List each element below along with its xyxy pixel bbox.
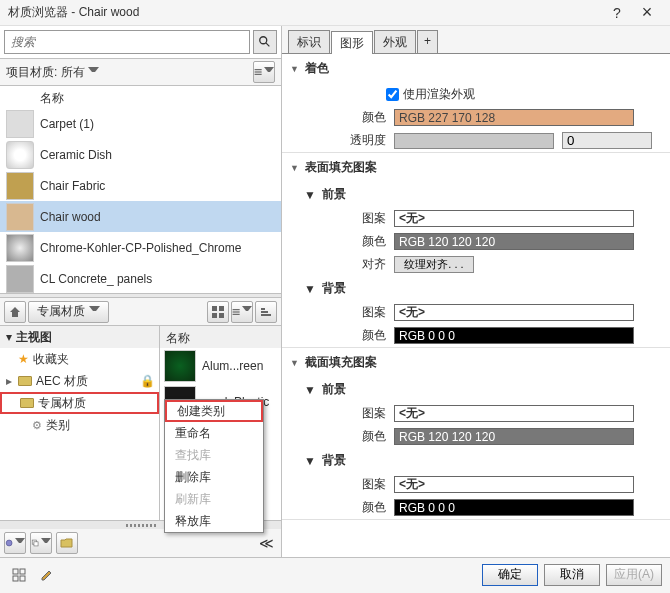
thumbnail	[6, 110, 34, 138]
new-material-button[interactable]	[4, 532, 26, 554]
material-item[interactable]: CL Concrete_ panels	[0, 263, 281, 293]
breadcrumb[interactable]: 专属材质	[28, 301, 109, 323]
window-title: 材质浏览器 - Chair wood	[8, 4, 602, 21]
search-input[interactable]	[4, 30, 250, 54]
ctx-refresh: 刷新库	[165, 488, 263, 510]
open-library-button[interactable]	[56, 532, 78, 554]
asset-view-button[interactable]	[8, 564, 30, 586]
svg-rect-5	[212, 306, 217, 311]
thumbnail	[6, 265, 34, 293]
collapse-icon[interactable]: ▾	[6, 330, 12, 344]
help-button[interactable]: ?	[602, 5, 632, 21]
chevron-down-icon	[242, 306, 252, 317]
lock-icon: 🔒	[140, 374, 155, 388]
material-item[interactable]: Carpet (1)	[0, 108, 281, 139]
ctx-delete[interactable]: 删除库	[165, 466, 263, 488]
transparency-slider[interactable]	[394, 133, 554, 149]
list-icon	[254, 65, 262, 79]
transparency-value[interactable]	[562, 132, 652, 149]
filter-label[interactable]: 项目材质: 所有	[6, 64, 253, 81]
sort-button[interactable]	[255, 301, 277, 323]
grid-icon	[12, 568, 26, 582]
svg-rect-2	[255, 69, 262, 70]
collapse-icon[interactable]: ▼	[304, 282, 316, 296]
svg-rect-20	[13, 576, 18, 581]
duplicate-button[interactable]	[30, 532, 52, 554]
collapse-icon[interactable]: ▼	[290, 358, 299, 368]
tree-custom[interactable]: 专属材质	[0, 392, 159, 414]
cancel-button[interactable]: 取消	[544, 564, 600, 586]
svg-point-15	[6, 540, 12, 546]
mat-list-header: 名称	[0, 86, 281, 108]
home-icon	[8, 305, 22, 319]
search-button[interactable]	[253, 30, 277, 54]
tree-category[interactable]: ⚙类别	[0, 414, 159, 436]
ctx-rename[interactable]: 重命名	[165, 422, 263, 444]
cut-bg-pattern[interactable]: <无>	[394, 476, 634, 493]
collapse-icon[interactable]: ▼	[290, 64, 299, 74]
tree-favorites[interactable]: ★收藏夹	[0, 348, 159, 370]
view-list-button-2[interactable]	[231, 301, 253, 323]
close-button[interactable]: ×	[632, 2, 662, 23]
svg-rect-19	[20, 569, 25, 574]
cut-fg-pattern[interactable]: <无>	[394, 405, 634, 422]
thumbnail	[6, 172, 34, 200]
svg-rect-17	[34, 542, 38, 546]
tab-appearance[interactable]: 外观	[374, 30, 416, 53]
section-cut: 截面填充图案	[305, 354, 377, 371]
svg-rect-14	[261, 314, 271, 316]
collapse-panel-button[interactable]: ≪	[255, 532, 277, 554]
section-shading: 着色	[305, 60, 329, 77]
home-button[interactable]	[4, 301, 26, 323]
folder-open-icon	[60, 536, 74, 550]
list-icon	[232, 305, 240, 319]
section-surface: 表面填充图案	[305, 159, 377, 176]
collapse-icon[interactable]: ▼	[290, 163, 299, 173]
tab-graphics[interactable]: 图形	[331, 31, 373, 54]
chevron-down-icon	[89, 306, 100, 317]
svg-line-1	[266, 43, 270, 47]
folder-icon	[20, 398, 34, 408]
ok-button[interactable]: 确定	[482, 564, 538, 586]
material-item[interactable]: Ceramic Dish	[0, 139, 281, 170]
copy-icon	[31, 536, 39, 550]
tab-add[interactable]: +	[417, 30, 438, 53]
svg-rect-21	[20, 576, 25, 581]
sort-icon	[259, 305, 273, 319]
apply-button: 应用(A)	[606, 564, 662, 586]
tree-title: 主视图	[16, 329, 52, 346]
ctx-release[interactable]: 释放库	[165, 510, 263, 532]
material-item-selected[interactable]: Chair wood	[0, 201, 281, 232]
surface-bg-pattern[interactable]: <无>	[394, 304, 634, 321]
asset-edit-button[interactable]	[36, 564, 58, 586]
material-item[interactable]: Chrome-Kohler-CP-Polished_Chrome	[0, 232, 281, 263]
collapse-icon[interactable]: ▼	[304, 188, 316, 202]
view-list-button[interactable]	[253, 61, 275, 83]
view-grid-button[interactable]	[207, 301, 229, 323]
asset-item[interactable]: Alum...reen	[160, 348, 281, 384]
cut-fg-color[interactable]: RGB 120 120 120	[394, 428, 634, 445]
chevron-down-icon	[88, 67, 99, 78]
pencil-icon	[40, 568, 54, 582]
ctx-create-category[interactable]: 创建类别	[165, 400, 263, 422]
gear-icon: ⚙	[32, 419, 42, 432]
collapse-icon[interactable]: ▼	[304, 383, 316, 397]
surface-fg-pattern[interactable]: <无>	[394, 210, 634, 227]
material-item[interactable]: Chair Fabric	[0, 170, 281, 201]
svg-rect-9	[233, 309, 240, 310]
texture-align-button[interactable]: 纹理对齐. . .	[394, 256, 474, 273]
cut-bg-color[interactable]: RGB 0 0 0	[394, 499, 634, 516]
svg-rect-7	[212, 313, 217, 318]
tree-aec[interactable]: ▸AEC 材质🔒	[0, 370, 159, 392]
use-render-checkbox[interactable]	[386, 88, 399, 101]
tab-identity[interactable]: 标识	[288, 30, 330, 53]
magnify-icon	[258, 35, 272, 49]
shading-color-swatch[interactable]: RGB 227 170 128	[394, 109, 634, 126]
surface-fg-color[interactable]: RGB 120 120 120	[394, 233, 634, 250]
svg-rect-13	[261, 311, 268, 313]
thumbnail	[6, 203, 34, 231]
svg-rect-8	[219, 313, 224, 318]
surface-bg-color[interactable]: RGB 0 0 0	[394, 327, 634, 344]
thumbnail	[6, 141, 34, 169]
collapse-icon[interactable]: ▼	[304, 454, 316, 468]
